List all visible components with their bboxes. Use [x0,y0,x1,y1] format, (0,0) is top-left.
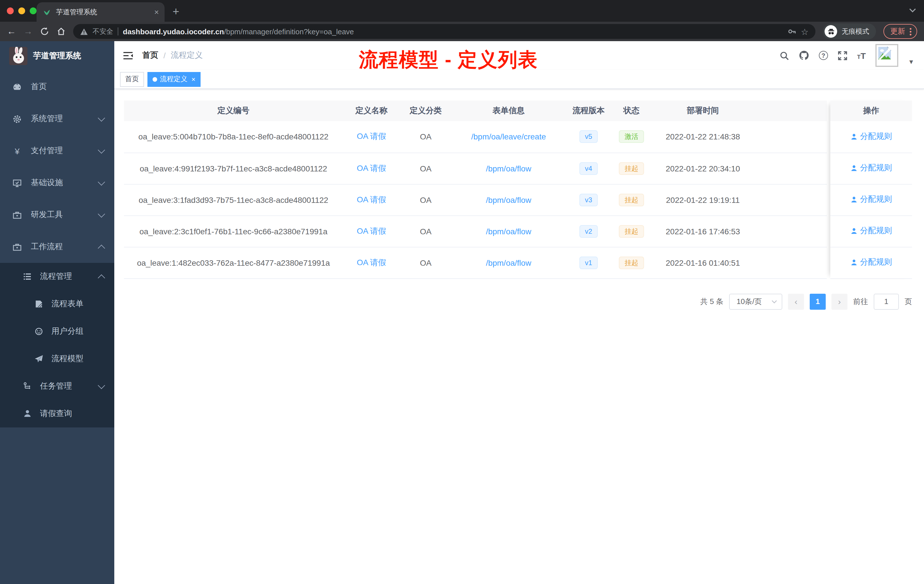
definition-table: 定义编号 定义名称 定义分类 表单信息 流程版本 状态 部署时间 [124,101,924,279]
sidebar-item-label: 基础设施 [31,178,63,188]
sidebar-item-process-management[interactable]: 流程管理 [0,263,114,290]
assign-rule-button[interactable]: 分配规则 [850,195,892,205]
assign-rule-button[interactable]: 分配规则 [850,132,892,142]
zoom-window-button[interactable] [30,7,36,14]
prev-page-button[interactable]: ‹ [788,294,804,309]
form-info-link[interactable]: /bpm/oa/flow [486,195,531,204]
form-info-link[interactable]: /bpm/oa/flow [486,164,531,173]
security-label[interactable]: 不安全 [92,26,113,36]
definition-name-link[interactable]: OA 请假 [357,195,386,204]
assign-rule-button[interactable]: 分配规则 [850,257,892,268]
header-actions: ? TT ▼ [779,44,914,67]
form-info-link[interactable]: /bpm/oa/flow [486,226,531,236]
user-menu-caret-icon[interactable]: ▼ [908,58,914,65]
sidebar-item-label: 系统管理 [31,114,63,124]
definition-name-link[interactable]: OA 请假 [357,132,386,141]
sidebar-item-home[interactable]: 首页 [0,71,114,103]
sidebar-item-process-form[interactable]: 流程表单 [0,290,114,318]
cell-deploy-time: 2022-01-22 21:48:38 [652,121,754,153]
tag-close-icon[interactable]: × [191,75,195,83]
browser-tab[interactable]: 芋道管理系统 × [36,2,165,22]
page-1-button[interactable]: 1 [810,294,826,309]
back-button[interactable]: ← [7,27,16,36]
sidebar-item-label: 用户分组 [51,326,83,337]
page-size-select[interactable]: 10条/页 [729,294,782,309]
sidebar-item-label: 首页 [31,82,47,92]
sidebar-item-user-group[interactable]: 用户分组 [0,318,114,345]
kebab-menu-icon[interactable] [910,28,911,35]
breadcrumb: 首页 / 流程定义 [142,50,203,61]
sidebar-item-workflow[interactable]: 工作流程 [0,231,114,263]
assign-rule-button[interactable]: 分配规则 [850,226,892,236]
definition-name-link[interactable]: OA 请假 [357,257,386,267]
tag-process-definition[interactable]: 流程定义 × [147,72,201,87]
minimize-window-button[interactable] [18,7,25,14]
close-window-button[interactable] [7,7,14,14]
page-goto-input[interactable] [874,294,899,309]
form-info-link[interactable]: /bpm/oa/flow [486,258,531,267]
user-avatar[interactable] [875,44,898,67]
next-page-button[interactable]: › [832,294,847,309]
version-badge: v4 [579,162,598,175]
update-button[interactable]: 更新 [883,24,917,39]
table-row: oa_leave:4:991f2193-7b7f-11ec-a3c8-acde4… [124,153,827,184]
breadcrumb-home[interactable]: 首页 [142,50,158,61]
sidebar-item-label: 工作流程 [31,242,63,252]
workflow-submenu: 流程管理 流程表单 用户分组 [0,263,114,427]
site-favicon-plant-icon [42,7,51,16]
screen: 芋道管理系统 × + ← → 不安全 dashboard.yudao.iocod… [0,0,924,584]
select-caret-icon [771,300,777,303]
main-panel: 流程模型 - 定义列表 首页 / 流程定义 [114,41,924,584]
sidebar-item-infrastructure[interactable]: 基础设施 [0,167,114,199]
status-badge: 挂起 [619,225,644,238]
form-info-link[interactable]: /bpm/oa/leave/create [471,132,546,142]
version-badge: v5 [579,130,598,143]
sidebar-logo[interactable]: 芋道管理系统 [0,41,114,71]
chevron-down-icon [98,114,105,121]
definition-name-link[interactable]: OA 请假 [357,163,386,172]
tag-home[interactable]: 首页 [120,72,144,87]
chevron-down-icon [98,178,105,185]
page-unit-label: 页 [904,296,912,307]
github-icon[interactable] [799,50,809,61]
people-icon [34,327,43,336]
key-icon[interactable] [787,27,796,36]
reload-button[interactable] [40,27,49,36]
sidebar-item-leave-query[interactable]: 请假查询 [0,400,114,427]
col-definition-category: 定义分类 [400,101,451,121]
sidebar-item-devtools[interactable]: 研发工具 [0,199,114,231]
forward-button[interactable]: → [23,27,33,36]
table-row: oa_leave:5:004b710b-7b8a-11ec-8ef0-acde4… [124,121,827,153]
sidebar-item-task-management[interactable]: 任务管理 [0,373,114,400]
status-badge: 激活 [619,130,644,143]
page-url[interactable]: dashboard.yudao.iocoder.cn/bpm/manager/d… [123,27,354,36]
definition-name-link[interactable]: OA 请假 [357,226,386,235]
help-icon[interactable]: ? [819,51,828,60]
collapse-sidebar-button[interactable] [124,51,133,60]
browser-toolbar: ← → 不安全 dashboard.yudao.iocoder.cn/bpm/m… [0,22,924,41]
cell-definition-id: oa_leave:4:991f2193-7b7f-11ec-a3c8-acde4… [124,153,343,184]
pagination: 共 5 条 10条/页 ‹ 1 › 前往 页 [124,294,912,309]
home-button[interactable] [56,27,66,36]
sidebar-item-payment[interactable]: ¥ 支付管理 [0,135,114,167]
bookmark-star-icon[interactable]: ☆ [801,27,808,36]
sidebar-item-system[interactable]: 系统管理 [0,103,114,135]
col-process-version: 流程版本 [566,101,611,121]
sidebar-item-label: 研发工具 [31,210,63,220]
chevron-down-icon [98,146,105,153]
cell-deploy-time: 2022-01-22 19:19:11 [652,184,754,215]
tab-search-caret-icon[interactable] [909,8,916,13]
pagination-total: 共 5 条 [700,296,723,307]
search-icon[interactable] [779,51,789,60]
fullscreen-icon[interactable] [838,51,847,60]
tab-close-icon[interactable]: × [154,8,159,16]
url-bar[interactable]: 不安全 dashboard.yudao.iocoder.cn/bpm/manag… [73,24,815,39]
cell-category: OA [400,153,451,184]
sidebar-item-process-model[interactable]: 流程模型 [0,345,114,373]
person-icon [23,409,32,418]
font-size-icon[interactable]: TT [857,51,866,60]
assign-rule-button[interactable]: 分配规则 [850,163,892,173]
insecure-warning-icon[interactable] [80,28,88,35]
new-tab-button[interactable]: + [173,6,179,17]
table-row: oa_leave:1:482ec033-762a-11ec-8477-a2380… [124,247,827,278]
